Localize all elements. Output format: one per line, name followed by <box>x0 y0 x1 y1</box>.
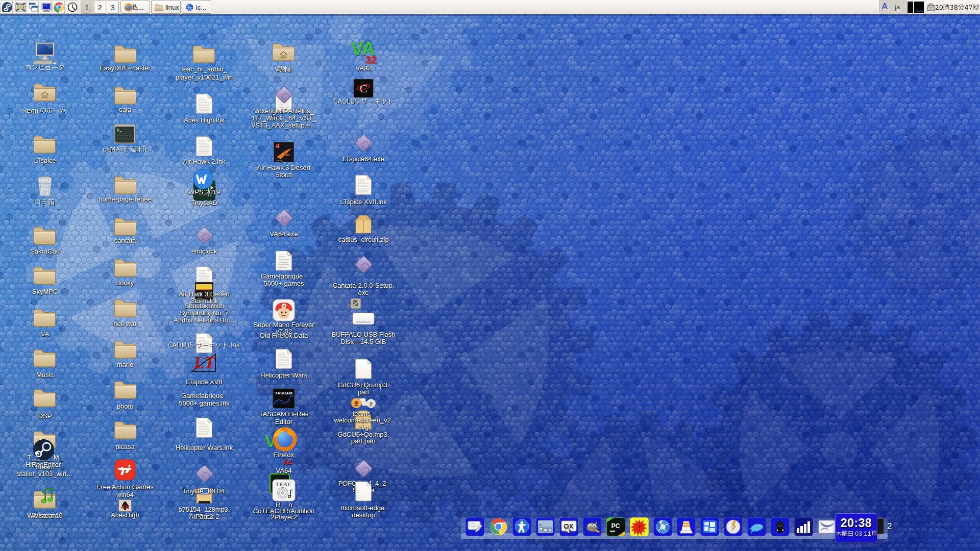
svg-text:PC: PC <box>611 522 620 530</box>
